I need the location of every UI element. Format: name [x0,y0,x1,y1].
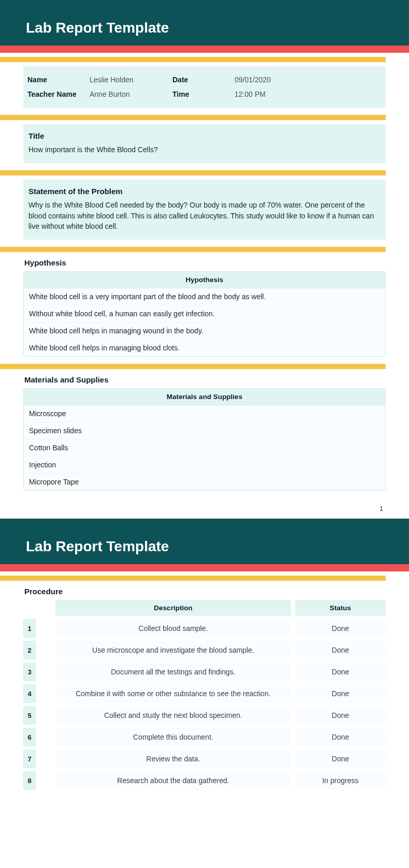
divider [0,57,386,62]
accent-strip [0,46,409,53]
table-row: Microscope [24,405,385,422]
procedure-heading: Procedure [24,587,386,596]
procedure-step-number: 7 [23,749,36,768]
procedure-description: Collect blood sample. [55,619,291,638]
title-section: Title How important is the White Blood C… [23,124,386,163]
page-title: Lab Report Template [26,538,383,555]
procedure-step-number: 1 [23,619,36,638]
table-row: Without white blood cell, a human can ea… [24,305,385,322]
table-row: Micropore Tape [24,473,385,490]
page-number: 1 [0,491,409,519]
date-value: 09/01/2020 [235,76,302,84]
table-row: White blood cell helps in managing wound… [24,322,385,339]
procedure-description: Review the data. [55,749,291,768]
procedure-step-number: 2 [23,641,36,659]
header: Lab Report Template [0,519,409,564]
procedure-description: Complete this document. [55,728,291,746]
page-1: Lab Report Template Name Leslie Holden D… [0,0,409,519]
procedure-description: Combine it with some or other substance … [55,684,291,703]
teacher-label: Teacher Name [27,90,84,98]
spacer [23,600,36,616]
table-row: Specimen slides [24,422,385,439]
procedure-step-number: 4 [23,684,36,703]
problem-text: Why is the White Blood Cell needed by th… [28,200,381,231]
procedure-status: Done [295,749,386,768]
procedure-status: Done [295,728,386,746]
procedure-row: 1Collect blood sample.Done [23,619,386,638]
procedure-description: Document all the testings and findings. [55,663,291,681]
procedure-status: Done [295,706,386,725]
table-row: Cotton Balls [24,439,385,456]
procedure-status: Done [295,619,386,638]
problem-section: Statement of the Problem Why is the Whit… [23,180,386,240]
header: Lab Report Template [0,0,409,46]
hypothesis-col: Hypothesis [24,272,385,288]
procedure-row: 2Use microscope and investigate the bloo… [23,641,386,659]
divider [0,576,386,581]
materials-col: Materials and Supplies [24,389,385,405]
teacher-value: Anne Burton [90,90,167,98]
procedure-description: Research about the data gathered. [55,771,291,790]
procedure-row: 3Document all the testings and findings.… [23,663,386,681]
materials-heading: Materials and Supplies [24,375,386,384]
table-row: Injection [24,456,385,473]
procedure-status: Done [295,684,386,703]
materials-table: Materials and Supplies MicroscopeSpecime… [23,388,386,491]
divider [0,170,386,175]
divider [0,364,386,369]
procedure-step-number: 8 [23,771,36,790]
time-value: 12:00 PM [235,90,302,98]
name-value: Leslie Holden [90,76,167,84]
problem-label: Statement of the Problem [28,187,381,196]
time-label: Time [172,90,229,98]
procedure-row: 8Research about the data gathered.In pro… [23,771,386,790]
date-label: Date [172,76,229,84]
page-2: Lab Report Template Procedure Descriptio… [0,519,409,790]
content: Procedure Description Status 1Collect bl… [0,576,409,790]
procedure-status: Done [295,663,386,681]
procedure-status-col: Status [295,600,386,616]
accent-strip [0,564,409,571]
procedure-desc-col: Description [55,600,291,616]
procedure-row: 4Combine it with some or other substance… [23,684,386,703]
procedure-description: Collect and study the next blood specime… [55,706,291,725]
page-title: Lab Report Template [26,20,383,36]
divider [0,115,386,120]
content: Name Leslie Holden Date 09/01/2020 Teach… [0,57,409,491]
procedure-step-number: 5 [23,706,36,725]
procedure-status: In progress [295,771,386,790]
procedure-row: 7Review the data.Done [23,749,386,768]
name-label: Name [27,76,84,84]
table-row: White blood cell helps in managing blood… [24,339,385,356]
title-text: How important is the White Blood Cells? [28,144,381,155]
procedure-header-row: Description Status [23,600,386,616]
procedure-row: 6Complete this document.Done [23,728,386,746]
info-box: Name Leslie Holden Date 09/01/2020 Teach… [23,66,386,108]
procedure-step-number: 3 [23,663,36,681]
title-label: Title [28,131,381,140]
procedure-status: Done [295,641,386,659]
table-row: White blood cell is a very important par… [24,288,385,305]
procedure-step-number: 6 [23,728,36,746]
procedure-description: Use microscope and investigate the blood… [55,641,291,659]
divider [0,247,386,252]
hypothesis-table: Hypothesis White blood cell is a very im… [23,271,386,357]
procedure-row: 5Collect and study the next blood specim… [23,706,386,725]
hypothesis-heading: Hypothesis [24,258,386,267]
